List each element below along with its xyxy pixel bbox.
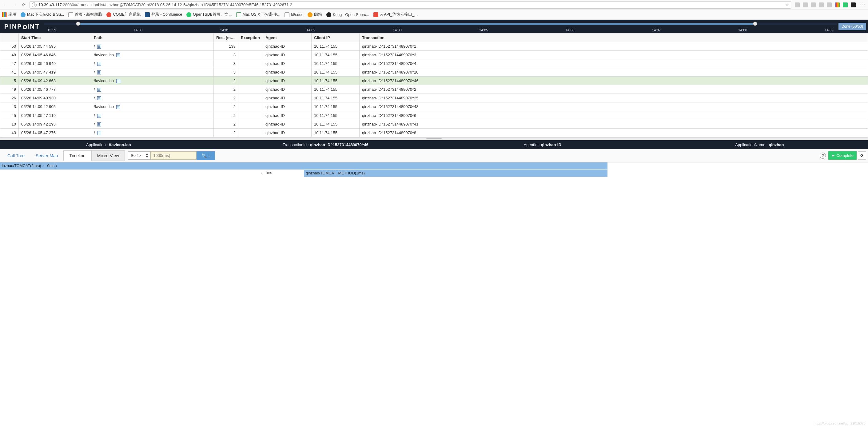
detail-icon[interactable]: [97, 44, 101, 49]
browser-menu-icon[interactable]: ⋮: [859, 2, 866, 8]
table-row[interactable]: 2605/26 14:09:40 930/ 2qinzhao-ID10.11.7…: [0, 94, 868, 102]
table-row[interactable]: 4305/26 14:05:47 276/ 2qinzhao-ID10.11.7…: [0, 128, 868, 137]
ext-icon[interactable]: [819, 2, 824, 7]
table-row[interactable]: 305/26 14:09:42 905/favicon.ico 2qinzhao…: [0, 102, 868, 111]
detail-icon[interactable]: [97, 122, 101, 126]
detail-icon[interactable]: [97, 70, 101, 74]
filter-input[interactable]: [150, 151, 196, 160]
col-res[interactable]: Res. (ms)↓: [214, 33, 238, 42]
bookmark-item[interactable]: 云API_华为云接口_...: [373, 12, 417, 17]
sort-desc-icon: ↓: [235, 36, 237, 40]
bookmark-star-icon[interactable]: ☆: [785, 2, 789, 7]
slider-handle-right[interactable]: [753, 22, 757, 26]
cell-exception: [238, 42, 263, 51]
col-client-ip[interactable]: Client IP: [312, 33, 360, 42]
value: qinzhao-ID^1527314489070^46: [310, 143, 369, 147]
help-icon[interactable]: ?: [820, 153, 826, 159]
detail-icon[interactable]: [116, 53, 120, 57]
bookmark-item[interactable]: Mac OS X 下安装使...: [236, 12, 280, 17]
col-exception[interactable]: Exception: [238, 33, 263, 42]
value: /favicon.ico: [109, 143, 131, 147]
complete-button[interactable]: ≣Complete: [828, 151, 857, 160]
detail-application-name: ApplicationName : qinzhao: [651, 140, 868, 149]
forward-button[interactable]: →: [11, 2, 18, 8]
cell-index: 50: [0, 42, 19, 51]
gantt-row[interactable]: inzhao/TOMCAT(2ms)( ↔ 0ms ): [0, 162, 868, 170]
gantt-bar-tomcat[interactable]: inzhao/TOMCAT(2ms)( ↔ 0ms ): [0, 162, 608, 170]
table-row[interactable]: 4505/26 14:05:47 119/ 2qinzhao-ID10.11.7…: [0, 111, 868, 120]
transaction-table-wrap[interactable]: Start Time Path Res. (ms)↓ Exception Age…: [0, 33, 868, 137]
transaction-table: Start Time Path Res. (ms)↓ Exception Age…: [0, 33, 868, 137]
detail-icon[interactable]: [97, 114, 101, 118]
refresh-button[interactable]: ⟳: [858, 151, 866, 160]
tab-timeline[interactable]: Timeline: [63, 150, 91, 161]
cell-ip: 10.11.74.155: [312, 42, 360, 51]
timeline-slider[interactable]: 13:59 14:00 14:01 14:02 14:03 14:05 14:0…: [44, 20, 837, 33]
tab-mixed-view[interactable]: Mixed View: [91, 150, 125, 161]
address-bar[interactable]: i 10.39.43.117:28080/#/transactionList/q…: [30, 1, 791, 9]
cell-index: 47: [0, 59, 19, 68]
favicon-icon: [68, 12, 73, 17]
detail-icon[interactable]: [116, 105, 120, 109]
url-port: :28080: [62, 2, 74, 7]
col-transaction[interactable]: Transaction: [360, 33, 868, 42]
bookmark-item[interactable]: 登录 - Confluence: [145, 12, 182, 17]
back-button[interactable]: ←: [2, 2, 9, 8]
cell-index: 43: [0, 128, 19, 137]
detail-icon[interactable]: [116, 79, 120, 83]
ext-icon[interactable]: [795, 2, 800, 7]
bookmark-item[interactable]: Mac下安装Go & Su...: [21, 12, 64, 17]
detail-icon[interactable]: [97, 62, 101, 66]
col-start-time[interactable]: Start Time: [19, 33, 91, 42]
reload-button[interactable]: ⟳: [20, 2, 27, 8]
gantt-row[interactable]: ↔ 1ms qinzhao/TOMCAT_METHOD(1ms): [0, 170, 868, 177]
table-row[interactable]: 4105/26 14:05:47 419/ 3qinzhao-ID10.11.7…: [0, 68, 868, 77]
cell-ip: 10.11.74.155: [312, 111, 360, 120]
ext-icon[interactable]: [827, 2, 832, 7]
pinpoint-logo[interactable]: PINPINT: [0, 23, 44, 30]
col-path[interactable]: Path: [91, 33, 214, 42]
table-row[interactable]: 505/26 14:09:42 668/favicon.ico 2qinzhao…: [0, 77, 868, 85]
filter-select[interactable]: Self >=: [128, 151, 150, 160]
cell-ip: 10.11.74.155: [312, 51, 360, 59]
ext-icon[interactable]: [835, 2, 840, 7]
slider-handle-left[interactable]: [76, 22, 80, 26]
cell-res: 2: [214, 120, 238, 128]
detail-icon[interactable]: [97, 131, 101, 135]
bookmark-item[interactable]: Kong - Open-Sourc...: [327, 12, 369, 17]
detail-icon[interactable]: [97, 96, 101, 100]
table-row[interactable]: 4905/26 14:05:46 777/ 2qinzhao-ID10.11.7…: [0, 85, 868, 94]
site-info-icon[interactable]: i: [32, 2, 37, 7]
table-row[interactable]: 4705/26 14:05:46 949/ 3qinzhao-ID10.11.7…: [0, 59, 868, 68]
tab-server-map[interactable]: Server Map: [30, 151, 63, 160]
ext-icon[interactable]: [803, 2, 808, 7]
table-row[interactable]: 5005/26 14:05:44 595/ 138qinzhao-ID10.11…: [0, 42, 868, 51]
apps-bookmark[interactable]: 应用: [2, 12, 16, 17]
table-row[interactable]: 1005/26 14:09:42 298/ 2qinzhao-ID10.11.7…: [0, 120, 868, 128]
gantt-bar-tomcat-method[interactable]: qinzhao/TOMCAT_METHOD(1ms): [304, 170, 608, 177]
grip-icon: [426, 138, 442, 140]
url-host: 10.39.43.117: [38, 2, 62, 7]
bookmark-label: k8sdoc: [291, 12, 303, 17]
bookmark-item[interactable]: OpenTSDB首页、文...: [186, 12, 231, 17]
cell-res: 2: [214, 94, 238, 102]
cell-res: 2: [214, 85, 238, 94]
tab-call-tree[interactable]: Call Tree: [2, 151, 30, 160]
cell-ip: 10.11.74.155: [312, 68, 360, 77]
ext-icon[interactable]: [843, 2, 848, 7]
table-row[interactable]: 4805/26 14:05:46 846/favicon.ico 3qinzha…: [0, 51, 868, 59]
col-index[interactable]: [0, 33, 19, 42]
bookmark-item[interactable]: 首页 - 新智超脑: [68, 12, 102, 17]
ext-icon[interactable]: [811, 2, 816, 7]
bookmark-item[interactable]: k8sdoc: [284, 12, 303, 17]
ext-icon[interactable]: [851, 2, 856, 7]
bookmark-item[interactable]: 邮箱: [308, 12, 322, 17]
bookmark-item[interactable]: COME门户系统: [106, 12, 141, 17]
cell-index: 10: [0, 120, 19, 128]
label: ApplicationName :: [735, 143, 769, 147]
col-agent[interactable]: Agent: [263, 33, 312, 42]
cell-res: 138: [214, 42, 238, 51]
split-drag-handle[interactable]: [0, 137, 868, 140]
search-button[interactable]: 🔍↓: [196, 151, 215, 160]
detail-icon[interactable]: [97, 88, 101, 92]
